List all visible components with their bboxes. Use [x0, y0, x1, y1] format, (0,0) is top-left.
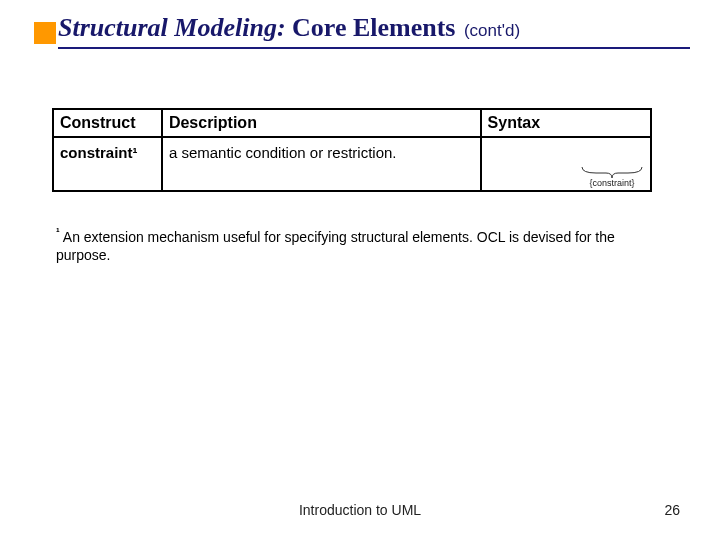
syntax-notation: {constraint} — [580, 165, 644, 188]
brace-icon — [580, 165, 644, 179]
footnote-text: An extension mechanism useful for specif… — [56, 229, 615, 263]
table-row: constraint¹ a semantic condition or rest… — [53, 137, 651, 191]
core-elements-table: Construct Description Syntax constraint¹… — [52, 108, 652, 192]
cell-description: a semantic condition or restriction. — [162, 137, 481, 191]
title-rest-part: Core Elements — [286, 13, 456, 42]
cell-construct: constraint¹ — [53, 137, 162, 191]
title-bullet-icon — [34, 22, 56, 44]
header-syntax: Syntax — [481, 109, 651, 137]
slide-title: Structural Modeling: Core Elements (cont… — [58, 13, 690, 49]
construct-text: constraint — [60, 144, 133, 161]
title-italic-part: Structural Modeling: — [58, 13, 286, 42]
table-header-row: Construct Description Syntax — [53, 109, 651, 137]
page-number: 26 — [664, 502, 680, 518]
header-description: Description — [162, 109, 481, 137]
construct-sup: ¹ — [133, 144, 138, 161]
slide: Structural Modeling: Core Elements (cont… — [0, 0, 720, 540]
header-construct: Construct — [53, 109, 162, 137]
cell-syntax: {constraint} — [481, 137, 651, 191]
title-contd: (cont'd) — [464, 21, 520, 40]
footer-title: Introduction to UML — [0, 502, 720, 518]
syntax-label: {constraint} — [580, 178, 644, 188]
footnote: ¹ An extension mechanism useful for spec… — [56, 225, 660, 264]
